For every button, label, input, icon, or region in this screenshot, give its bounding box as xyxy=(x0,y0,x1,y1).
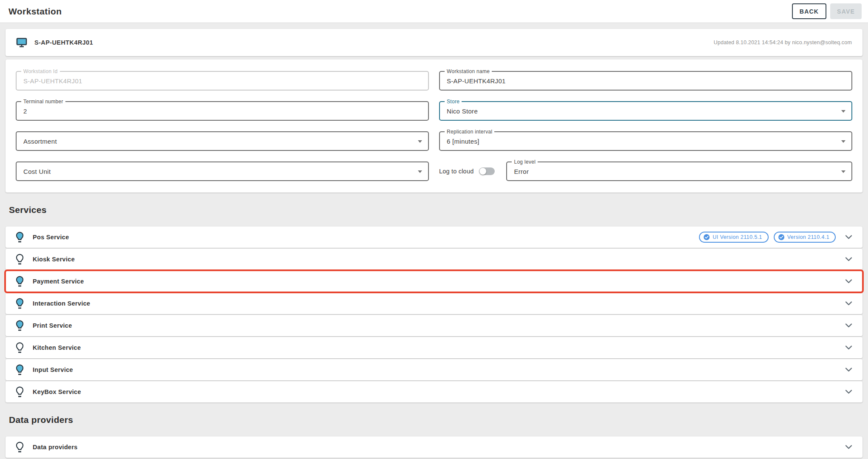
lightbulb-icon xyxy=(16,342,24,354)
version-badge-label: Version 2110.4.1 xyxy=(787,234,829,240)
service-label: Payment Service xyxy=(33,278,84,285)
version-badge: Version 2110.4.1 xyxy=(774,232,836,243)
service-row[interactable]: Payment Service xyxy=(6,271,862,292)
service-label: Input Service xyxy=(33,366,73,373)
dropdown-arrow-icon xyxy=(841,110,845,113)
check-circle-icon xyxy=(704,234,710,240)
dropdown-arrow-icon xyxy=(841,140,845,143)
service-label: Data providers xyxy=(33,444,78,450)
lightbulb-icon xyxy=(16,298,24,309)
service-row[interactable]: Input Service xyxy=(6,359,862,380)
assortment-placeholder: Assortment xyxy=(23,138,57,145)
workstation-id-label: Workstation Id xyxy=(21,68,60,74)
terminal-number-value: 2 xyxy=(23,108,27,115)
service-label: Kiosk Service xyxy=(33,256,75,263)
store-label: Store xyxy=(445,99,462,105)
dropdown-arrow-icon xyxy=(841,170,845,173)
chevron-down-icon[interactable] xyxy=(845,301,852,306)
store-select[interactable]: Store Nico Store xyxy=(439,101,852,121)
log-level-value: Error xyxy=(514,168,529,175)
data-providers-heading: Data providers xyxy=(9,415,862,425)
workstation-form: Workstation Id S-AP-UEHTK4RJ01 Workstati… xyxy=(6,60,862,193)
workstation-name-value: S-AP-UEHTK4RJ01 xyxy=(447,77,506,85)
workstation-id-text: S-AP-UEHTK4RJ01 xyxy=(34,39,93,46)
monitor-icon xyxy=(16,37,27,48)
chevron-down-icon[interactable] xyxy=(845,235,852,240)
chevron-down-icon[interactable] xyxy=(845,367,852,372)
version-badge-label: UI Version 2110.5.1 xyxy=(713,234,762,240)
dropdown-arrow-icon xyxy=(418,170,422,173)
services-list: Pos Service UI Version 2110.5.1 Version … xyxy=(6,227,862,402)
lightbulb-icon xyxy=(16,276,24,287)
service-row[interactable]: Kitchen Service xyxy=(6,337,862,358)
version-badge: UI Version 2110.5.1 xyxy=(699,232,768,243)
chevron-down-icon[interactable] xyxy=(845,389,852,394)
lightbulb-icon xyxy=(16,254,24,265)
chevron-down-icon[interactable] xyxy=(845,257,852,262)
log-to-cloud-toggle-group: Log to cloud xyxy=(439,167,495,175)
dropdown-arrow-icon xyxy=(418,140,422,143)
workstation-name-label: Workstation name xyxy=(445,68,492,74)
chevron-down-icon[interactable] xyxy=(845,279,852,284)
replication-interval-select[interactable]: Replication interval 6 [minutes] xyxy=(439,131,852,151)
save-button: SAVE xyxy=(830,3,862,19)
chevron-down-icon[interactable] xyxy=(845,445,852,450)
badge-group: UI Version 2110.5.1 Version 2110.4.1 xyxy=(699,232,836,243)
service-row[interactable]: Data providers xyxy=(6,436,862,458)
store-value: Nico Store xyxy=(447,108,478,115)
replication-interval-label: Replication interval xyxy=(445,129,494,135)
service-label: KeyBox Service xyxy=(33,388,81,395)
lightbulb-icon xyxy=(16,364,24,376)
log-to-cloud-label: Log to cloud xyxy=(439,168,473,175)
chevron-down-icon[interactable] xyxy=(845,323,852,328)
cost-unit-select[interactable]: Cost Unit xyxy=(16,162,429,181)
terminal-number-label: Terminal number xyxy=(21,99,65,105)
workstation-name-field[interactable]: Workstation name S-AP-UEHTK4RJ01 xyxy=(439,71,852,91)
page-title: Workstation xyxy=(8,6,62,17)
service-row[interactable]: Interaction Service xyxy=(6,293,862,314)
service-label: Interaction Service xyxy=(33,300,90,307)
service-label: Print Service xyxy=(33,322,72,329)
lightbulb-icon xyxy=(16,442,24,453)
workstation-id-field: Workstation Id S-AP-UEHTK4RJ01 xyxy=(16,71,429,91)
log-level-label: Log level xyxy=(512,159,538,165)
chevron-down-icon[interactable] xyxy=(845,345,852,350)
service-row[interactable]: Kiosk Service xyxy=(6,249,862,270)
workstation-info-bar: S-AP-UEHTK4RJ01 Updated 8.10.2021 14:54:… xyxy=(6,29,862,56)
terminal-number-field[interactable]: Terminal number 2 xyxy=(16,101,429,121)
service-row[interactable]: Pos Service UI Version 2110.5.1 Version … xyxy=(6,227,862,248)
lightbulb-icon xyxy=(16,232,24,243)
replication-interval-value: 6 [minutes] xyxy=(447,138,479,145)
service-row[interactable]: KeyBox Service xyxy=(6,381,862,402)
service-label: Pos Service xyxy=(33,234,69,241)
assortment-select[interactable]: Assortment xyxy=(16,131,429,151)
updated-text: Updated 8.10.2021 14:54:24 by nico.nyste… xyxy=(714,40,852,45)
data-providers-list: Data providers xyxy=(6,436,862,458)
back-button[interactable]: BACK xyxy=(792,3,826,19)
log-level-select[interactable]: Log level Error xyxy=(506,162,852,181)
top-bar: Workstation BACK SAVE xyxy=(0,0,868,23)
cost-unit-placeholder: Cost Unit xyxy=(23,168,51,175)
service-label: Kitchen Service xyxy=(33,344,81,351)
main-content: S-AP-UEHTK4RJ01 Updated 8.10.2021 14:54:… xyxy=(0,29,868,458)
service-row[interactable]: Print Service xyxy=(6,315,862,336)
workstation-id-value: S-AP-UEHTK4RJ01 xyxy=(23,77,82,85)
services-heading: Services xyxy=(9,205,862,215)
lightbulb-icon xyxy=(16,320,24,332)
toggle-knob xyxy=(479,168,486,175)
lightbulb-icon xyxy=(16,386,24,398)
log-to-cloud-toggle[interactable] xyxy=(479,167,495,175)
check-circle-icon xyxy=(778,234,784,240)
